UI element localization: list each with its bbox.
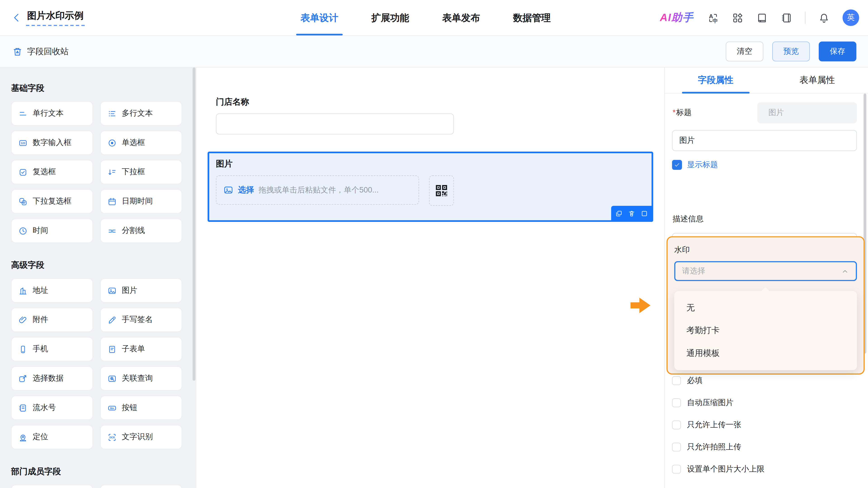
- form-title[interactable]: 图片水印示例: [26, 9, 85, 26]
- image-upload-dropzone[interactable]: 选择 拖拽或单击后粘贴文件，单个500...: [216, 175, 419, 205]
- sidebar-item-dropdown[interactable]: 下拉框: [100, 160, 182, 184]
- sidebar-item-label: 流水号: [33, 403, 56, 413]
- required-asterisk: *: [673, 108, 676, 117]
- sidebar-item-image[interactable]: 图片: [100, 278, 182, 303]
- checkbox-label: 只允许拍照上传: [687, 442, 741, 452]
- sidebar-item-datetime[interactable]: 日期时间: [100, 189, 182, 214]
- show-title-toggle[interactable]: 显示标题: [672, 160, 718, 170]
- sidebar-item-serial-number[interactable]: 流水号: [11, 396, 93, 420]
- notification-bell-icon[interactable]: [818, 12, 830, 24]
- apps-grid-icon[interactable]: [732, 12, 743, 24]
- sidebar-item-partial[interactable]: [11, 485, 93, 488]
- sidebar-item-location[interactable]: 定位: [11, 425, 93, 449]
- sidebar-scrollbar[interactable]: [193, 68, 195, 381]
- watermark-select[interactable]: 请选择: [674, 261, 857, 281]
- clear-button[interactable]: 清空: [726, 41, 764, 61]
- nav-tab-form-publish[interactable]: 表单发布: [442, 0, 480, 35]
- select-data-icon: [18, 374, 28, 383]
- sidebar-item-signature[interactable]: 手写签名: [100, 308, 182, 332]
- sidebar-item-label: 文字识别: [122, 432, 153, 442]
- sidebar-item-subform[interactable]: 子表单: [100, 337, 182, 361]
- back-nav[interactable]: 图片水印示例: [11, 0, 85, 35]
- sidebar-item-divider[interactable]: 分割线: [100, 219, 182, 243]
- sidebar-item-label: 定位: [33, 432, 48, 442]
- save-button[interactable]: 保存: [819, 41, 857, 61]
- checkbox-icon: [672, 420, 681, 429]
- sidebar-item-ocr[interactable]: OCR文字识别: [100, 425, 182, 449]
- sidebar-item-radio[interactable]: 单选框: [100, 131, 182, 155]
- changelog-notebook-icon[interactable]: [780, 12, 792, 24]
- ai-assistant-button[interactable]: AI助手: [660, 11, 694, 25]
- sidebar-item-attachment[interactable]: 附件: [11, 308, 93, 332]
- sidebar-item-label: 图片: [122, 286, 137, 295]
- qr-code-icon: [434, 183, 449, 198]
- qr-upload-button[interactable]: [429, 175, 454, 206]
- sidebar-item-number-input[interactable]: 123数字输入框: [11, 131, 93, 155]
- checked-checkbox-icon: [672, 160, 682, 170]
- field-card-image-selected[interactable]: 图片 选择 拖拽或单击后粘贴文件，单个500...: [208, 152, 653, 222]
- copy-field-icon[interactable]: [615, 209, 623, 217]
- dropdown-icon: [107, 167, 117, 177]
- checkbox-label: 设置单个图片大小上限: [687, 464, 765, 474]
- panel-tab-field-properties[interactable]: 字段属性: [665, 68, 766, 93]
- image-icon: [107, 286, 117, 295]
- sidebar-item-label: 手机: [33, 344, 48, 354]
- dropdown-multi-icon: [18, 197, 28, 206]
- sidebar-item-label: 复选框: [33, 167, 56, 177]
- single-line-text-icon: [18, 109, 28, 118]
- datetime-icon: [107, 197, 117, 206]
- sidebar-item-phone[interactable]: 手机: [11, 337, 93, 361]
- checkbox-camera-only[interactable]: 只允许拍照上传: [672, 441, 741, 453]
- user-avatar[interactable]: 英: [842, 9, 859, 26]
- top-header: 图片水印示例 表单设计扩展功能表单发布数据管理 AI助手 A中 英: [0, 0, 868, 36]
- upload-row: 选择 拖拽或单击后粘贴文件，单个500...: [216, 175, 645, 206]
- designer-toolbar: 字段回收站 清空 预览 保存: [0, 36, 868, 68]
- sidebar-item-label: 单行文本: [33, 108, 64, 119]
- sidebar-item-label: 下拉复选框: [33, 196, 71, 206]
- checkbox-single-image-only[interactable]: 只允许上传一张: [672, 419, 741, 431]
- preview-button[interactable]: 预览: [772, 41, 810, 61]
- sidebar-item-dropdown-multi[interactable]: 下拉复选框: [11, 189, 93, 214]
- sidebar-section: 基础字段单行文本多行文本123数字输入框单选框复选框下拉框下拉复选框日期时间时间…: [11, 83, 196, 243]
- sidebar-item-checkbox[interactable]: 复选框: [11, 160, 93, 184]
- checkbox-icon: [18, 167, 28, 177]
- checkbox-auto-compress[interactable]: 自动压缩图片: [672, 397, 734, 409]
- select-field-icon[interactable]: [640, 209, 648, 217]
- sidebar-item-address[interactable]: 地址: [11, 278, 93, 303]
- serial-icon: [18, 403, 28, 413]
- nav-tab-form-design[interactable]: 表单设计: [301, 0, 338, 35]
- field-label: 图片: [216, 159, 645, 169]
- recycle-bin-icon: [12, 46, 23, 57]
- sidebar-item-label: 选择数据: [33, 373, 64, 383]
- sidebar-item-time[interactable]: 时间: [11, 219, 93, 243]
- store-name-input[interactable]: [216, 113, 454, 134]
- svg-text:中: 中: [712, 18, 718, 24]
- watermark-option-attendance[interactable]: 考勤打卡: [674, 319, 857, 342]
- checkbox-required[interactable]: 必填: [672, 375, 703, 387]
- field-card-store-name[interactable]: 门店名称: [208, 90, 653, 151]
- field-action-bar: [611, 206, 652, 221]
- watermark-option-none[interactable]: 无: [674, 297, 857, 319]
- sidebar-item-lookup[interactable]: 关联查询: [100, 366, 182, 391]
- panel-tab-form-properties[interactable]: 表单属性: [767, 68, 868, 93]
- properties-panel: 字段属性表单属性 *标题 图片 显示标题 描述信息 水印 请选择: [664, 68, 868, 488]
- sidebar-item-partial[interactable]: [100, 485, 182, 488]
- help-book-icon[interactable]: [756, 12, 768, 24]
- sidebar-item-button[interactable]: Btn按钮: [100, 396, 182, 420]
- field-recycle-bin-button[interactable]: 字段回收站: [12, 36, 69, 67]
- nav-tab-extensions[interactable]: 扩展功能: [371, 0, 409, 35]
- sidebar-item-label: 按钮: [122, 403, 137, 413]
- title-value-input[interactable]: [672, 130, 857, 151]
- sidebar-item-single-line-text[interactable]: 单行文本: [11, 101, 93, 126]
- watermark-highlight-section: 水印 请选择 无考勤打卡通用模板: [666, 236, 865, 375]
- sidebar-item-multi-line-text[interactable]: 多行文本: [100, 101, 182, 126]
- sidebar-item-select-data[interactable]: 选择数据: [11, 366, 93, 391]
- back-chevron-icon[interactable]: [11, 12, 22, 23]
- checkbox-max-image-size[interactable]: 设置单个图片大小上限: [672, 463, 765, 475]
- nav-tab-data-management[interactable]: 数据管理: [513, 0, 551, 35]
- translate-icon[interactable]: A中: [708, 12, 719, 24]
- properties-tabs: 字段属性表单属性: [665, 68, 868, 94]
- watermark-option-general-template[interactable]: 通用模板: [674, 342, 857, 364]
- delete-field-icon[interactable]: [628, 209, 636, 217]
- sidebar-item-label: 时间: [33, 226, 48, 236]
